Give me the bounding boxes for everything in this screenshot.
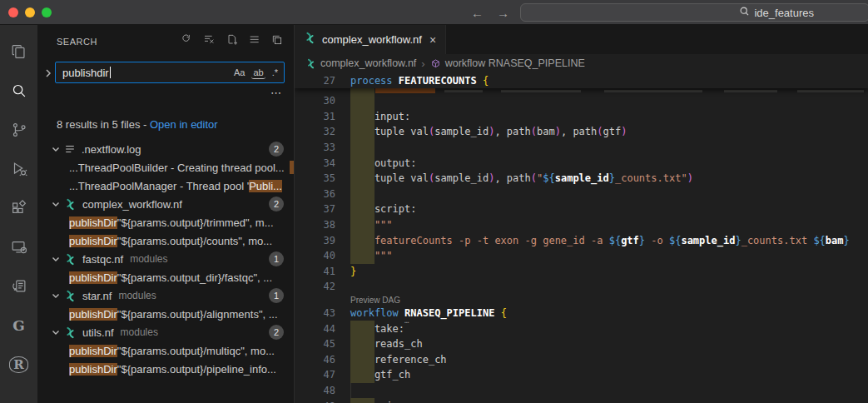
match-highlight: publishDir: [69, 363, 117, 376]
code-line[interactable]: 32 tuple val(sample_id), path(bam), path…: [295, 124, 868, 140]
chevron-down-icon[interactable]: [51, 327, 61, 337]
command-center-text: ide_features: [754, 7, 814, 19]
file-path-description: modules: [121, 326, 158, 338]
notebook-icon[interactable]: [0, 266, 37, 306]
search-match-row[interactable]: publishDir "${params.output}/counts", mo…: [37, 231, 294, 250]
code-line[interactable]: 47 gtf_ch: [295, 367, 868, 383]
line-number: 44: [295, 323, 335, 335]
search-panel: SEARCH publishdir Aa ab .* ⋯ 8 results i…: [37, 25, 295, 403]
match-highlight: Publi...: [249, 180, 282, 192]
remote-explorer-icon[interactable]: [0, 227, 37, 266]
line-number: 33: [295, 142, 335, 153]
chevron-down-icon[interactable]: [51, 144, 61, 154]
code-line[interactable]: 35 tuple val(sample_id), path("${sample_…: [295, 171, 868, 187]
chevron-down-icon[interactable]: [51, 199, 61, 209]
line-number: 45: [295, 338, 335, 350]
refresh-icon[interactable]: [181, 33, 194, 47]
result-count-badge: 1: [269, 288, 284, 303]
close-tab-icon[interactable]: ×: [429, 33, 436, 47]
tab-complex-workflow[interactable]: complex_workflow.nf ×: [295, 25, 446, 54]
line-number: 30: [295, 95, 335, 107]
code-line[interactable]: 39 featureCounts -p -t exon -g gene_id -…: [295, 232, 868, 248]
search-match-row[interactable]: ...ThreadPoolManager - Thread pool 'Publ…: [37, 177, 294, 195]
match-text: "${params.output_dir}/fastqc", ...: [117, 271, 272, 284]
code-line[interactable]: 34 output:: [295, 155, 868, 171]
search-icon[interactable]: [0, 71, 37, 110]
clear-results-icon[interactable]: [203, 33, 216, 47]
source-control-icon[interactable]: [0, 110, 37, 149]
code-line[interactable]: 41}: [295, 264, 868, 280]
code-line[interactable]: 36: [295, 187, 868, 202]
search-match-row[interactable]: publishDir "${params.output}/alignments"…: [37, 305, 294, 323]
file-path-description: modules: [118, 290, 156, 301]
regex-button[interactable]: .*: [270, 67, 280, 78]
close-window-button[interactable]: [8, 7, 18, 17]
history-forward-button[interactable]: →: [497, 6, 509, 20]
toggle-search-details-button[interactable]: ⋯: [270, 87, 282, 99]
line-number: 27: [295, 75, 335, 87]
code-line[interactable]: 38 """: [295, 217, 868, 233]
maximize-window-button[interactable]: [42, 7, 52, 17]
command-center-search[interactable]: ide_features: [520, 3, 868, 22]
search-match-row[interactable]: publishDir "${params.output_dir}/fastqc"…: [37, 268, 294, 286]
search-file-row[interactable]: complex_workflow.nf2: [37, 195, 294, 213]
file-name: star.nf: [82, 290, 112, 302]
editor-group: complex_workflow.nf × complex_workflow.n…: [295, 25, 868, 403]
code-line[interactable]: 45 reads_ch: [295, 336, 868, 352]
code-line[interactable]: 43workflow RNASEQ_PIPELINE {…: [295, 306, 868, 321]
nextflow-file-icon: [304, 32, 316, 47]
code-line[interactable]: 42: [295, 279, 868, 295]
minimize-window-button[interactable]: [25, 7, 35, 17]
code-line[interactable]: 40 """: [295, 248, 868, 264]
search-file-row[interactable]: star.nfmodules1: [37, 286, 294, 305]
search-input[interactable]: publishdir Aa ab .*: [55, 62, 285, 83]
explorer-icon[interactable]: [0, 32, 37, 71]
code-line[interactable]: 44 take:: [295, 321, 868, 336]
text-caret: [110, 67, 111, 78]
match-case-button[interactable]: Aa: [232, 67, 246, 78]
match-highlight: publishDir: [69, 235, 117, 247]
code-editor[interactable]: 27process FEATURECOUNTS { 3031 input:32 …: [295, 72, 868, 403]
collapse-all-icon[interactable]: [270, 33, 284, 47]
code-line[interactable]: 46 reference_ch: [295, 352, 868, 368]
match-text: "${params.output}/pipeline_info...: [117, 363, 276, 376]
account-partial-icon[interactable]: [0, 384, 37, 403]
breadcrumb-file[interactable]: complex_workflow.nf: [305, 57, 416, 69]
titlebar: ← → ide_features: [0, 0, 868, 25]
log-file-icon: [64, 143, 76, 155]
match-highlight: publishDir: [69, 216, 117, 229]
code-line[interactable]: 48: [295, 383, 868, 399]
chevron-down-icon[interactable]: [51, 291, 61, 301]
code-line[interactable]: 49 main:: [295, 398, 868, 403]
search-match-row[interactable]: ...ThreadPoolBuilder - Creating thread p…: [37, 158, 294, 177]
breadcrumb-symbol[interactable]: workflow RNASEQ_PIPELINE: [430, 57, 585, 69]
gitlens-icon[interactable]: G: [0, 306, 37, 345]
codelens-preview-dag[interactable]: Preview DAG: [295, 295, 868, 306]
search-match-row[interactable]: publishDir "${params.output}/pipeline_in…: [37, 360, 294, 378]
code-line[interactable]: 31 input:: [295, 109, 868, 125]
code-line[interactable]: 33: [295, 140, 868, 156]
code-line[interactable]: 30: [295, 93, 868, 109]
toggle-replace-chevron-icon[interactable]: [43, 67, 53, 79]
chevron-down-icon[interactable]: [51, 254, 61, 264]
ide-window: ← → ide_features GR SEARCH publishdir: [0, 0, 868, 403]
search-file-row[interactable]: fastqc.nfmodules1: [37, 250, 294, 268]
r-language-icon[interactable]: R: [0, 345, 37, 384]
line-number: 40: [295, 250, 335, 261]
sticky-scroll-line[interactable]: 27process FEATURECOUNTS {: [295, 72, 868, 88]
code-line[interactable]: 37 script:: [295, 202, 868, 217]
new-search-editor-icon[interactable]: [226, 33, 239, 47]
search-file-row[interactable]: utils.nfmodules2: [37, 323, 294, 341]
view-as-list-icon[interactable]: [248, 33, 261, 47]
panel-title: SEARCH: [57, 37, 97, 47]
open-in-editor-link[interactable]: Open in editor: [150, 118, 218, 131]
hint-dots: …: [404, 316, 409, 325]
match-highlight: publishDir: [69, 345, 117, 357]
search-match-row[interactable]: publishDir "${params.output}/multiqc", m…: [37, 341, 294, 360]
search-file-row[interactable]: .nextflow.log2: [37, 140, 294, 158]
whole-word-button[interactable]: ab: [251, 67, 265, 79]
extensions-icon[interactable]: [0, 188, 37, 227]
run-and-debug-icon[interactable]: [0, 149, 37, 188]
history-back-button[interactable]: ←: [471, 6, 484, 20]
search-match-row[interactable]: publishDir "${params.output}/trimmed", m…: [37, 213, 294, 231]
